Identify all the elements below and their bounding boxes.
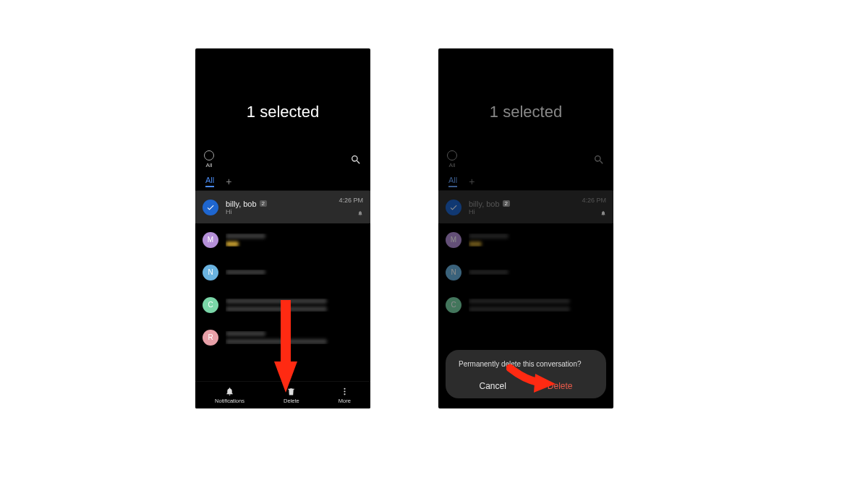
bottom-action-bar: Notifications Delete More	[195, 381, 370, 408]
blurred-line	[226, 331, 265, 336]
dialog-scrim: Permanently delete this conversation? Ca…	[438, 48, 613, 408]
notifications-button[interactable]: Notifications	[215, 387, 244, 404]
tab-add-icon[interactable]: +	[226, 176, 231, 187]
search-icon[interactable]	[350, 154, 362, 168]
participant-badge: 2	[260, 200, 267, 207]
selection-count: 1 selected	[247, 103, 319, 121]
blurred-content	[226, 234, 363, 247]
conversation-row-selected[interactable]: billy, bob 2 Hi 4:26 PM	[195, 191, 370, 223]
select-all-button[interactable]: All	[204, 150, 214, 168]
conversation-row[interactable]: C	[195, 288, 370, 321]
checkmark-icon	[203, 200, 218, 215]
conversation-row[interactable]: N	[195, 256, 370, 288]
conversation-row[interactable]: M	[195, 223, 370, 256]
phone-screenshot-left: 1 selected All All + billy, bob 2 Hi 4:2…	[195, 48, 370, 408]
svg-point-2	[344, 393, 345, 395]
blurred-line	[226, 307, 327, 312]
delete-label: Delete	[284, 398, 299, 404]
blurred-line	[226, 339, 327, 344]
delete-confirm-button[interactable]: Delete	[548, 381, 573, 391]
conversation-name-text: billy, bob	[226, 200, 257, 208]
avatar: R	[203, 330, 218, 346]
more-label: More	[339, 398, 351, 404]
svg-point-1	[344, 390, 345, 392]
blurred-content	[226, 299, 363, 312]
delete-button[interactable]: Delete	[284, 387, 299, 404]
cancel-button[interactable]: Cancel	[479, 381, 506, 391]
dialog-actions: Cancel Delete	[459, 381, 593, 391]
avatar: N	[203, 265, 218, 281]
more-button[interactable]: More	[339, 387, 351, 404]
blurred-line	[226, 270, 265, 275]
trash-icon	[286, 387, 296, 396]
phone-screenshot-right: 1 selected All All + billy, bob 2 Hi 4:2…	[438, 48, 613, 408]
select-all-label: All	[206, 162, 213, 168]
dialog-message: Permanently delete this conversation?	[459, 360, 593, 368]
avatar: C	[203, 297, 218, 313]
more-icon	[340, 387, 349, 396]
blurred-content	[226, 331, 363, 344]
toolbar: All	[195, 142, 370, 171]
tab-all[interactable]: All	[205, 176, 214, 187]
mute-icon	[357, 206, 363, 219]
blurred-line	[226, 299, 327, 304]
conversation-preview: Hi	[226, 208, 363, 215]
blurred-content	[226, 270, 363, 275]
notifications-label: Notifications	[215, 398, 244, 404]
select-all-circle-icon	[204, 150, 214, 160]
blurred-line	[226, 234, 265, 239]
selection-header: 1 selected	[195, 48, 370, 142]
svg-point-0	[344, 388, 345, 389]
blurred-line	[226, 241, 239, 247]
tabs: All +	[195, 171, 370, 191]
conversation-time: 4:26 PM	[339, 197, 363, 204]
avatar: M	[203, 232, 218, 248]
delete-confirm-dialog: Permanently delete this conversation? Ca…	[446, 350, 606, 398]
conversation-row[interactable]: R	[195, 321, 370, 354]
